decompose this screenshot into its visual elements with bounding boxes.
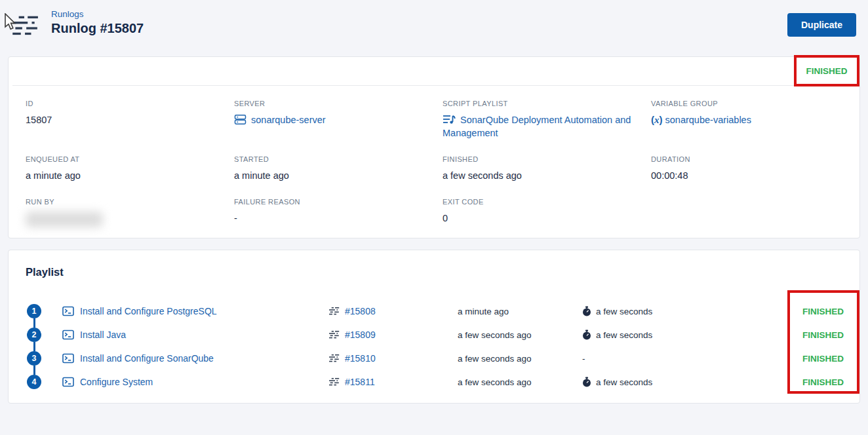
field-value: a few seconds ago <box>443 169 634 182</box>
script-playlist-icon <box>443 114 456 125</box>
started-time: a few seconds ago <box>458 377 582 387</box>
field-failure-reason: FAILURE REASON - <box>234 198 425 227</box>
field-label: SCRIPT PLAYLIST <box>443 100 634 107</box>
script-link[interactable]: Install Java <box>80 330 126 340</box>
stopwatch-icon <box>582 377 591 387</box>
breadcrumb-runlogs[interactable]: Runlogs <box>51 9 144 19</box>
duration-text: a few seconds <box>596 377 652 387</box>
step-number: 3 <box>27 351 41 366</box>
script-icon <box>62 330 74 340</box>
runlog-small-icon <box>328 377 340 387</box>
field-label: ENQUEUED AT <box>26 155 217 163</box>
step-indicator: 3 <box>27 347 41 370</box>
field-label: SERVER <box>234 100 425 107</box>
field-finished: FINISHED a few seconds ago <box>443 155 634 182</box>
page-header: Runlogs Runlog #15807 Duplicate <box>0 0 868 56</box>
runlog-link[interactable]: #15808 <box>345 306 376 316</box>
script-icon <box>62 306 74 316</box>
runlog-link[interactable]: #15809 <box>345 330 376 340</box>
runlog-small-icon <box>328 330 340 340</box>
playlist-card: Playlist 1 Install and Configure Postgre… <box>8 250 860 404</box>
page-title: Runlog #15807 <box>51 21 144 36</box>
field-value: 15807 <box>26 113 217 126</box>
runlog-details-card: ID 15807 SERVER sonarqube- <box>8 56 860 238</box>
duration-text: a few seconds <box>596 307 652 316</box>
redacted-value <box>26 212 103 227</box>
details-grid: ID 15807 SERVER sonarqube- <box>9 86 859 238</box>
started-time: a minute ago <box>458 307 582 316</box>
field-exit-code: EXIT CODE 0 <box>443 198 634 227</box>
status-row <box>12 57 856 86</box>
field-value: 00:00:48 <box>651 169 842 182</box>
field-value: - <box>234 212 425 225</box>
script-icon <box>62 353 74 364</box>
field-value: a minute ago <box>26 169 217 182</box>
field-run-by: RUN BY <box>26 198 217 227</box>
field-label: EXIT CODE <box>443 198 634 206</box>
status-annotation-box: FINISHED <box>794 55 859 86</box>
duplicate-button[interactable]: Duplicate <box>787 13 856 37</box>
field-variable-group: VARIABLE GROUP (x) sonarqube-variables <box>651 100 842 140</box>
main-content: ID 15807 SERVER sonarqube- <box>0 56 868 404</box>
field-value: 0 <box>443 212 634 225</box>
variable-group-link[interactable]: (x) sonarqube-variables <box>651 115 751 125</box>
field-script-playlist: SCRIPT PLAYLIST SonarQube <box>443 100 634 140</box>
runlog-small-icon <box>328 307 340 316</box>
script-link[interactable]: Configure System <box>80 377 153 387</box>
stopwatch-icon <box>582 330 591 340</box>
playlist-status-annotation-box <box>787 290 859 394</box>
playlist-title: Playlist <box>26 266 859 278</box>
variable-group-icon: (x) <box>651 114 663 125</box>
playlist-row: 1 Install and Configure PostgreSQL <box>9 299 859 323</box>
server-icon <box>234 114 247 125</box>
field-label: FINISHED <box>443 155 634 163</box>
started-time: a few seconds ago <box>458 354 582 364</box>
duration-text: - <box>582 354 585 364</box>
server-name: sonarqube-server <box>251 115 326 125</box>
field-enqueued-at: ENQUEUED AT a minute ago <box>26 155 217 182</box>
started-time: a few seconds ago <box>458 330 582 340</box>
script-link[interactable]: Install and Configure PostgreSQL <box>80 306 217 316</box>
playlist-rows: 1 Install and Configure PostgreSQL <box>9 299 859 394</box>
field-value: a minute ago <box>234 169 425 182</box>
field-label: ID <box>26 100 217 107</box>
script-playlist-link[interactable]: SonarQube Deployment Automation and Mana… <box>443 115 631 138</box>
field-label: RUN BY <box>26 198 217 206</box>
field-label: VARIABLE GROUP <box>651 100 842 107</box>
step-number: 2 <box>27 328 41 342</box>
step-number: 1 <box>27 304 41 318</box>
field-label: STARTED <box>234 155 425 163</box>
field-duration: DURATION 00:00:48 <box>651 155 842 182</box>
runlog-status: FINISHED <box>805 65 848 77</box>
server-link[interactable]: sonarqube-server <box>234 115 326 125</box>
duration-text: a few seconds <box>596 330 652 340</box>
field-label: FAILURE REASON <box>234 198 425 206</box>
script-playlist-name: SonarQube Deployment Automation and Mana… <box>443 115 631 138</box>
field-server: SERVER sonarqube-server <box>234 100 425 140</box>
field-label: DURATION <box>651 155 842 163</box>
step-indicator: 2 <box>27 323 41 347</box>
variable-group-name: sonarqube-variables <box>665 115 751 125</box>
field-id: ID 15807 <box>26 100 217 140</box>
mouse-cursor-icon <box>4 13 18 31</box>
playlist-row: 3 Install and Configure SonarQube <box>9 347 859 370</box>
stopwatch-icon <box>582 306 591 316</box>
script-icon <box>62 377 74 387</box>
runlog-small-icon <box>328 354 340 364</box>
runlog-link[interactable]: #15811 <box>345 377 375 387</box>
step-indicator: 1 <box>27 299 41 323</box>
field-started: STARTED a minute ago <box>234 155 425 182</box>
playlist-row: 2 Install Java <box>9 323 859 347</box>
script-link[interactable]: Install and Configure SonarQube <box>80 353 214 364</box>
runlog-link[interactable]: #15810 <box>345 353 376 364</box>
playlist-row: 4 Configure System <box>9 370 859 394</box>
step-indicator: 4 <box>27 370 41 394</box>
step-number: 4 <box>27 375 41 389</box>
